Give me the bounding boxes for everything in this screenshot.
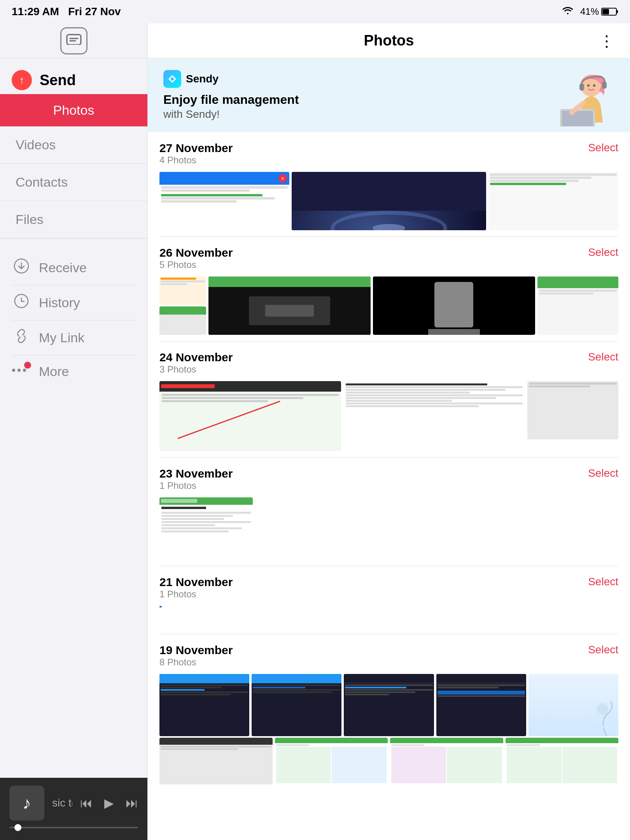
photo-group-21nov-select[interactable]: Select <box>588 576 618 588</box>
svg-rect-1 <box>616 10 618 13</box>
nav-item-contacts[interactable]: Contacts <box>0 164 147 201</box>
photo-group-21nov-count: 1 Photos <box>159 589 233 600</box>
photo-thumb[interactable] <box>252 674 341 736</box>
history-label: History <box>39 295 80 310</box>
nav-item-receive[interactable]: Receive <box>12 250 136 285</box>
photo-group-19nov-header: 19 November 8 Photos Select <box>159 644 618 668</box>
photo-thumb[interactable] <box>343 381 525 451</box>
music-progress-bar[interactable] <box>9 827 138 828</box>
sidebar-nav: Photos Videos Contacts Files <box>0 94 147 778</box>
photo-group-27nov-select[interactable]: Select <box>588 142 618 154</box>
photo-thumb[interactable] <box>159 381 341 451</box>
photo-group-19nov-date: 19 November <box>159 644 233 657</box>
svg-point-10 <box>23 369 26 372</box>
photo-group-26nov-count: 5 Photos <box>159 259 233 270</box>
next-button[interactable]: ⏭ <box>126 796 138 810</box>
sidebar-header <box>0 23 147 58</box>
photo-thumb[interactable] <box>527 381 618 439</box>
photo-group-21nov-header: 21 November 1 Photos Select <box>159 576 618 600</box>
svg-rect-15 <box>602 82 607 89</box>
photo-thumb[interactable] <box>159 618 162 628</box>
photo-thumb[interactable] <box>275 738 388 784</box>
photo-thumb[interactable] <box>373 276 535 335</box>
photos-title: Photos <box>364 32 414 49</box>
prev-button[interactable]: ⏮ <box>80 796 93 810</box>
photo-group-23nov: 23 November 1 Photos Select <box>159 458 618 566</box>
photo-thumb[interactable] <box>537 276 618 335</box>
photo-thumb[interactable] <box>436 674 526 736</box>
photos-header: Photos ⋮ <box>148 23 630 58</box>
nav-item-mylink[interactable]: My Link <box>12 320 136 355</box>
svg-point-13 <box>593 84 595 87</box>
photo-thumb[interactable] <box>488 172 618 230</box>
nav-item-history[interactable]: History <box>12 285 136 320</box>
photo-thumb[interactable]: × <box>159 172 289 230</box>
banner-text: Sendy Enjoy file management with Sendy! <box>163 70 299 121</box>
send-row: ↑ Send <box>12 70 136 90</box>
send-up-icon: ↑ <box>12 70 32 90</box>
banner-tagline-light: with Sendy! <box>163 108 299 121</box>
photo-group-23nov-count: 1 Photos <box>159 480 233 491</box>
photo-thumb[interactable] <box>159 674 249 736</box>
music-player: ♪ sic to play Plea ⏮ ▶ ⏭ <box>0 778 147 840</box>
nav-item-more[interactable]: More <box>12 355 136 387</box>
svg-rect-2 <box>602 9 609 14</box>
status-icons: 41% <box>562 6 618 18</box>
link-icon <box>12 328 31 347</box>
photos-scroll-area[interactable]: 27 November 4 Photos Select <box>148 132 630 840</box>
photo-thumb[interactable] <box>292 172 486 230</box>
photo-thumb[interactable] <box>208 276 371 335</box>
photo-group-27nov-header: 27 November 4 Photos Select <box>159 142 618 166</box>
receive-label: Receive <box>39 260 87 275</box>
music-controls[interactable]: ⏮ ▶ ⏭ <box>80 796 138 810</box>
receive-icon <box>12 258 31 277</box>
nav-item-files[interactable]: Files <box>0 201 147 238</box>
photo-group-24nov: 24 November 3 Photos Select <box>159 341 618 457</box>
photo-group-26nov-header: 26 November 5 Photos Select <box>159 246 618 270</box>
send-section: ↑ Send <box>0 58 147 94</box>
photo-thumb[interactable] <box>159 606 162 616</box>
photo-group-24nov-date: 24 November <box>159 351 233 364</box>
photo-col <box>159 606 162 628</box>
music-player-main: ♪ sic to play Plea ⏮ ▶ ⏭ <box>9 786 138 821</box>
photo-thumb[interactable] <box>344 674 434 736</box>
photos-panel: Photos ⋮ Sendy Enjoy file management wit… <box>148 23 630 840</box>
nav-item-videos[interactable]: Videos <box>0 126 147 164</box>
status-bar: 11:29 AM Fri 27 Nov 41% <box>0 0 630 23</box>
photo-thumb[interactable] <box>390 738 503 784</box>
photo-group-21nov-grid <box>159 606 618 628</box>
photo-group-19nov-select[interactable]: Select <box>588 644 618 656</box>
photo-group-23nov-date: 23 November <box>159 467 233 480</box>
photo-thumb[interactable] <box>159 497 253 560</box>
photo-thumb[interactable] <box>528 674 618 736</box>
sendy-banner: Sendy Enjoy file management with Sendy! <box>148 58 630 132</box>
play-button[interactable]: ▶ <box>104 796 114 810</box>
svg-point-8 <box>12 369 15 372</box>
photo-group-24nov-select[interactable]: Select <box>588 351 618 363</box>
status-time: 11:29 AM Fri 27 Nov <box>12 5 121 18</box>
banner-illustration <box>537 72 614 119</box>
photo-group-19nov: 19 November 8 Photos Select <box>159 634 618 791</box>
nav-files-label: Files <box>16 212 44 227</box>
main-layout: ↑ Send Photos Videos Contacts Files <box>0 23 630 840</box>
nav-videos-label: Videos <box>16 137 56 152</box>
photo-group-23nov-select[interactable]: Select <box>588 467 618 480</box>
photo-group-21nov: 21 November 1 Photos Select <box>159 566 618 634</box>
photo-thumb[interactable] <box>159 276 206 305</box>
photos-more-button[interactable]: ⋮ <box>591 32 614 50</box>
banner-tagline-bold: Enjoy file management <box>163 92 299 108</box>
photo-group-19nov-grid <box>159 674 618 736</box>
photo-group-23nov-grid <box>159 497 618 560</box>
photo-group-26nov-select[interactable]: Select <box>588 246 618 259</box>
more-label: More <box>39 364 69 379</box>
sendy-logo-text: Sendy <box>186 73 219 85</box>
photo-thumb[interactable] <box>159 738 273 784</box>
svg-point-19 <box>597 703 609 715</box>
wifi-icon <box>562 6 574 18</box>
photo-group-27nov: 27 November 4 Photos Select <box>159 132 618 236</box>
music-progress-dot <box>14 824 21 831</box>
photo-thumb[interactable] <box>159 306 206 335</box>
photo-thumb[interactable] <box>506 738 619 784</box>
more-badge <box>24 362 31 369</box>
nav-item-photos[interactable]: Photos <box>0 94 147 126</box>
